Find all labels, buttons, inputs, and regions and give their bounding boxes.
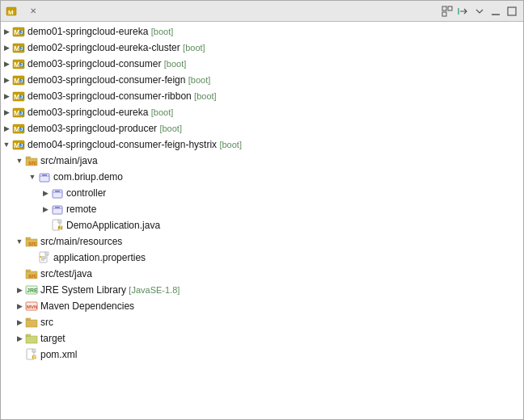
svg-rect-3 [448,6,452,10]
tree-item-label: JRE System Library [JavaSE-1.8] [40,284,180,296]
tree-item-badge: [boot] [219,140,242,149]
tree-arrow[interactable] [27,173,38,181]
tree-arrow[interactable] [14,286,25,294]
tree-item[interactable]: controller [1,185,523,201]
project-icon: M J [12,138,25,151]
xml-icon: XML [25,348,38,361]
svg-rect-48 [55,207,60,208]
tree-item[interactable]: src src/main/java [1,153,523,169]
tree-arrow[interactable] [1,92,12,100]
maven-icon: MVN [25,300,38,313]
tree-item-badge: [boot] [188,75,211,85]
panel-header: M ✕ [1,1,523,22]
tree-item-label: demo03-springcloud-consumer-feign [boot] [27,74,210,86]
tree-item[interactable]: MVN Maven Dependencies [1,298,523,314]
package-icon [51,187,64,200]
tree-item[interactable]: XML pom.xml [1,346,523,363]
tree-item[interactable]: M J demo03-springcloud-producer [boot] [1,120,523,136]
svg-text:J: J [20,143,23,148]
tree-item[interactable]: remote [1,201,523,217]
project-icon: M J [12,57,25,70]
tree-item-label: controller [66,187,106,199]
project-icon: M J [12,74,25,86]
svg-rect-55 [45,252,49,255]
tree-item[interactable]: J DemoApplication.java [1,217,523,233]
minimize-icon[interactable] [489,5,502,18]
tree-item-label: remote [66,204,96,215]
tree-item-label: demo03-springcloud-consumer [boot] [27,58,186,69]
maximize-icon[interactable] [505,5,518,18]
project-icon: M J [12,122,25,135]
tree-item[interactable]: M J demo03-springcloud-consumer-feign [b… [1,72,523,88]
tree-item-label: src/main/java [40,155,98,166]
close-tab-button[interactable]: ✕ [30,6,36,15]
svg-rect-66 [32,349,36,352]
tree-item[interactable]: M J demo01-springcloud-eureka [boot] [1,23,523,40]
tree-item[interactable]: target [1,330,523,346]
tree-item[interactable]: M J demo04-springcloud-consumer-feign-hy… [1,136,523,153]
tree-item[interactable]: M J demo03-springcloud-consumer-ribbon [… [1,88,523,104]
tree-item-label: DemoApplication.java [66,220,160,231]
svg-point-59 [40,256,41,258]
tree-item[interactable]: com.briup.demo [1,169,523,185]
tree-item-badge: [boot] [183,43,205,52]
link-editor-icon[interactable] [457,5,470,18]
package-icon [51,203,64,216]
svg-text:MVN: MVN [27,304,37,309]
svg-text:JRE: JRE [27,288,38,293]
tree-arrow[interactable] [1,108,12,116]
svg-rect-42 [42,174,47,176]
tree-arrow[interactable] [14,334,25,342]
project-icon: M J [12,90,25,103]
tree-arrow[interactable] [1,124,12,132]
tree-item-label: demo02-springcloud-eureka-cluster [boot] [27,42,205,53]
tree-item[interactable]: src [1,314,523,330]
svg-text:M: M [14,109,20,117]
tree-item-label: target [40,333,66,344]
svg-text:M: M [8,9,14,16]
src-folder-icon: src [25,267,38,280]
tree-arrow[interactable] [14,318,25,326]
svg-text:M: M [14,141,20,149]
tree-arrow[interactable] [14,237,25,246]
tree-arrow[interactable] [14,157,25,165]
svg-text:M: M [14,93,20,101]
tree-arrow[interactable] [1,44,12,52]
tree-item-label: demo01-springcloud-eureka [boot] [27,26,173,37]
tree-item-badge: [boot] [151,27,174,36]
svg-text:J: J [20,62,23,67]
tree-arrow[interactable] [14,302,25,310]
svg-rect-45 [55,191,60,192]
src-folder-icon: src [25,235,38,248]
svg-rect-2 [442,6,446,10]
tree-item-label: pom.xml [40,349,77,360]
tree-item[interactable]: M J demo03-springcloud-consumer [boot] [1,56,523,72]
svg-text:XML: XML [33,355,39,359]
tree-item[interactable]: application.properties [1,250,523,266]
tree-arrow[interactable] [1,76,12,84]
jre-icon: JRE [25,284,38,296]
svg-text:J: J [20,30,23,35]
tree-item[interactable]: M J demo03-springcloud-eureka [boot] [1,104,523,120]
svg-rect-50 [58,220,61,223]
svg-text:M: M [14,125,20,133]
tree-arrow[interactable] [1,141,12,149]
tree-arrow[interactable] [1,60,12,68]
tree-item-label: demo04-springcloud-consumer-feign-hystri… [27,139,242,150]
tree-arrow[interactable] [40,189,51,197]
svg-text:J: J [20,78,23,83]
tree-item[interactable]: M J demo02-springcloud-eureka-cluster [b… [1,40,523,56]
tree-item[interactable]: src src/main/resources [1,233,523,250]
tree-arrow[interactable] [1,27,12,36]
svg-text:J: J [20,127,23,132]
header-toolbar [441,5,518,18]
tree-item[interactable]: src src/test/java [1,266,523,282]
properties-icon [38,251,51,264]
tree-arrow[interactable] [40,205,51,213]
collapse-all-icon[interactable] [441,5,454,18]
tree-item[interactable]: JRE JRE System Library [JavaSE-1.8] [1,282,523,298]
package-icon [38,170,51,183]
svg-rect-4 [442,12,446,16]
tree-item-badge: [JavaSE-1.8] [129,285,180,295]
view-menu-icon[interactable] [473,5,486,18]
